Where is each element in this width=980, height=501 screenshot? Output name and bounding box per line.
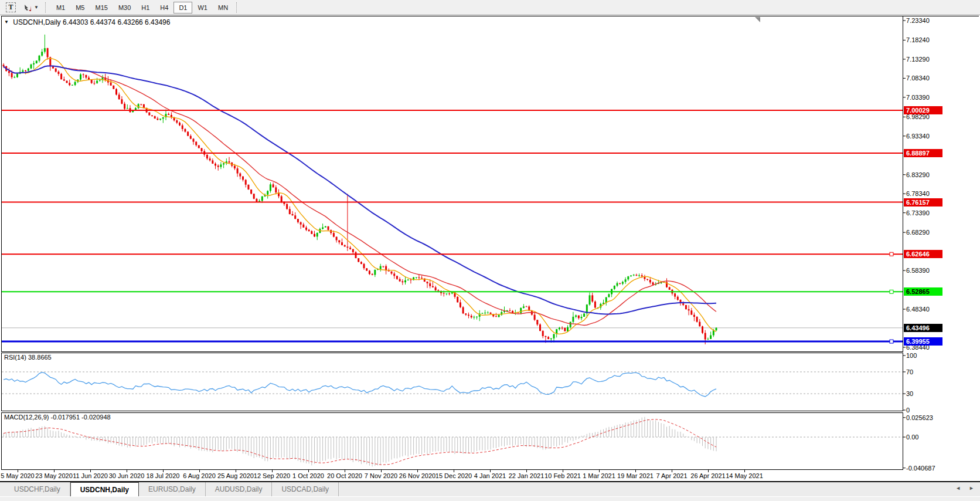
date-axis-label: 25 Aug 2020 (217, 472, 254, 479)
price-axis-tick: 6.78340 (906, 190, 930, 197)
chart-shift-marker-icon (755, 17, 760, 22)
date-axis-label: 1 Oct 2020 (292, 472, 324, 479)
macd-axis-tick: -0.040687 (906, 465, 935, 472)
price-axis-tick: 6.98290 (906, 113, 930, 120)
date-axis-label: 1 Mar 2021 (583, 472, 615, 479)
price-axis-tick: 7.03390 (906, 94, 930, 101)
price-axis-tick: 6.68290 (906, 229, 930, 236)
ohlc-values: 6.44303 6.44374 6.43266 6.43496 (63, 18, 171, 26)
macd-indicator-name: MACD(12,26,9) (4, 414, 49, 421)
rsi-axis-tick: 70 (906, 368, 913, 375)
chart-header: ▼ USDCNH,Daily 6.44303 6.44374 6.43266 6… (4, 18, 170, 26)
chart-tab-eurusd[interactable]: EURUSD,Daily (139, 482, 206, 496)
tab-scroll-left-button[interactable]: ◄ (955, 485, 961, 491)
price-axis-tick: 6.93340 (906, 133, 930, 140)
rsi-axis-tick: 30 (906, 390, 913, 397)
date-axis-label: 14 May 2021 (726, 472, 763, 479)
chart-tab-usdchf[interactable]: USDCHF,Daily (5, 482, 70, 496)
date-axis-label: 11 Jun 2020 (73, 472, 108, 479)
chart-tab-usdcnh[interactable]: USDCNH,Daily (70, 482, 139, 496)
date-axis-label: 22 Jan 2021 (509, 472, 545, 479)
chart-canvas[interactable] (0, 0, 980, 482)
date-axis-label: 15 Dec 2020 (435, 472, 472, 479)
chart-tab-audusd[interactable]: AUDUSD,Daily (206, 482, 273, 496)
chart-title: USDCNH,Daily (13, 18, 60, 26)
date-axis-label: 4 Jan 2021 (474, 472, 506, 479)
date-axis-label: 12 Sep 2020 (254, 472, 290, 479)
tab-scroll-right-button[interactable]: ► (969, 485, 974, 491)
rsi-value: 38.8665 (28, 354, 52, 361)
price-level-badge: 6.88897 (904, 149, 942, 157)
macd-values: -0.017951 -0.020948 (50, 414, 110, 421)
price-axis-tick: 6.83290 (906, 171, 930, 178)
price-axis-tick: 6.48340 (906, 306, 930, 313)
date-axis-label: 26 Nov 2020 (399, 472, 435, 479)
price-axis-tick: 7.23340 (906, 17, 930, 24)
rsi-axis-tick: 100 (906, 352, 917, 359)
date-axis-label: 10 Feb 2021 (545, 472, 581, 479)
price-axis-tick: 6.73390 (906, 209, 930, 216)
date-axis-label: 5 May 2020 (1, 472, 34, 479)
chart-tab-usdcad[interactable]: USDCAD,Daily (272, 482, 339, 496)
price-level-badge: 7.00029 (904, 106, 942, 114)
macd-label: MACD(12,26,9) -0.017951 -0.020948 (4, 414, 111, 421)
date-axis-label: 19 Mar 2021 (617, 472, 654, 479)
date-axis-label: 20 Oct 2020 (327, 472, 362, 479)
mt4-window: T ▼ M1M5M15M30H1H4D1W1MN ▼ USDCNH,Daily … (0, 0, 980, 501)
rsi-axis-tick: 0 (906, 407, 910, 414)
price-level-badge: 6.62646 (904, 250, 942, 258)
chart-tab-bar: USDCHF,DailyUSDCNH,DailyEURUSD,DailyAUDU… (0, 481, 980, 496)
price-axis-tick: 7.08340 (906, 75, 930, 82)
price-level-badge: 6.76157 (904, 198, 942, 207)
date-axis-label: 23 May 2020 (35, 472, 73, 479)
price-axis-tick: 7.18240 (906, 36, 930, 43)
symbol-dropdown-icon[interactable]: ▼ (4, 19, 9, 25)
macd-axis-tick: 0.00 (906, 434, 918, 441)
date-axis-label: 6 Aug 2020 (183, 472, 216, 479)
macd-axis-tick: 0.025623 (906, 414, 933, 421)
date-axis-label: 7 Apr 2021 (656, 472, 687, 479)
date-axis-label: 18 Jul 2020 (147, 472, 180, 479)
rsi-label: RSI(14) 38.8665 (4, 354, 52, 361)
price-axis-tick: 7.13290 (906, 56, 930, 63)
price-level-badge: 6.39955 (904, 337, 942, 346)
price-axis-tick: 6.58390 (906, 267, 930, 274)
rsi-indicator-name: RSI(14) (4, 354, 26, 361)
bottom-strip (0, 496, 980, 501)
date-axis-label: 26 Apr 2021 (690, 472, 725, 479)
tab-scroll-arrows: ◄ ► (955, 485, 974, 491)
price-level-badge: 6.52865 (904, 287, 942, 296)
date-axis-label: 30 Jun 2020 (109, 472, 145, 479)
date-axis-label: 7 Nov 2020 (365, 472, 397, 479)
current-price-badge: 6.43496 (904, 324, 942, 332)
chart-area[interactable]: ▼ USDCNH,Daily 6.44303 6.44374 6.43266 6… (0, 0, 980, 482)
